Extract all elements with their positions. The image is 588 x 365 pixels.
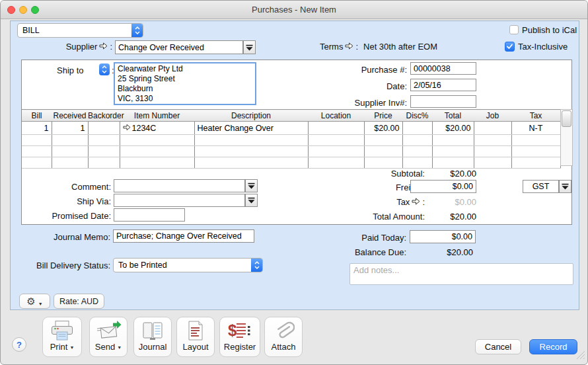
column-header-received: Received (52, 110, 88, 122)
purchase-number-input[interactable] (410, 62, 476, 75)
cell-description[interactable]: Heater Change Over (194, 122, 308, 135)
cell-received[interactable]: 1 (52, 122, 88, 135)
menu-caret-icon: ▼ (38, 302, 43, 308)
column-header-price: Price (364, 110, 402, 122)
ship-via-list-button[interactable] (245, 194, 258, 207)
comment-list-button[interactable] (245, 179, 258, 192)
table-row-empty (22, 146, 560, 157)
total-amount-value: $20.00 (418, 212, 476, 222)
column-header-job: Job (474, 110, 511, 122)
list-icon (246, 44, 253, 51)
print-button[interactable]: Print▼ (42, 317, 82, 357)
detail-arrow-icon[interactable] (345, 42, 353, 52)
ship-to-stepper[interactable] (99, 63, 110, 75)
attach-button[interactable]: Attach (264, 317, 303, 357)
help-button[interactable]: ? (12, 337, 26, 352)
cell-item-number[interactable]: 1234C (120, 122, 194, 135)
table-row: 1 1 1234C Heater Change Over $20.00 (22, 122, 560, 135)
layout-button[interactable]: Layout (176, 317, 215, 357)
tax-value: $0.00 (418, 197, 476, 207)
subtotal-label: Subtotal: (332, 169, 425, 179)
journal-memo-input[interactable] (113, 229, 254, 243)
menu-caret-icon: ▼ (69, 345, 74, 352)
ship-via-input[interactable] (114, 194, 245, 207)
supplier-list-button[interactable] (243, 40, 256, 54)
bill-delivery-status-select[interactable]: To be Printed (113, 258, 263, 272)
publish-ical-checkbox[interactable] (509, 25, 519, 34)
check-icon (506, 43, 513, 50)
titlebar: Purchases - New Item (1, 1, 587, 19)
gear-icon: ⚙ (26, 296, 35, 307)
date-label: Date: (306, 81, 407, 91)
cell-total[interactable]: $20.00 (432, 122, 474, 135)
list-icon (248, 182, 255, 189)
subtotal-value: $20.00 (418, 169, 476, 179)
total-amount-label: Total Amount: (326, 212, 425, 222)
help-label: ? (17, 340, 22, 350)
table-scrollbar[interactable] (560, 109, 573, 166)
list-icon (248, 197, 255, 204)
purchase-type-select[interactable]: BILL (17, 23, 143, 38)
gear-button[interactable]: ⚙ ▼ (19, 294, 50, 309)
list-icon (562, 183, 569, 190)
scrollbar-thumb[interactable] (562, 110, 571, 127)
printer-icon (50, 317, 75, 341)
detail-arrow-icon[interactable] (123, 124, 131, 133)
tax-inclusive-checkbox[interactable] (505, 42, 515, 52)
column-header-disc: Disc% (402, 110, 432, 122)
freight-input[interactable] (410, 180, 476, 193)
ship-to-address-textarea[interactable]: Clearwater Pty Ltd 25 Spring Street Blac… (114, 62, 256, 105)
close-button[interactable] (7, 6, 15, 14)
cell-location[interactable] (308, 122, 364, 135)
up-down-stepper-icon (251, 259, 262, 272)
menu-caret-icon: ▼ (117, 345, 122, 352)
comment-label: Comment: (35, 182, 111, 192)
cell-price[interactable]: $20.00 (364, 122, 402, 135)
purchase-type-value: BILL (18, 26, 131, 35)
journal-button[interactable]: Journal (133, 317, 172, 357)
comment-input[interactable] (114, 179, 245, 192)
send-button[interactable]: Send▼ (89, 317, 128, 357)
form-panel: BILL Publish to iCal Supplier : Terms : … (10, 20, 579, 310)
paid-today-input[interactable] (410, 230, 476, 243)
cancel-button[interactable]: Cancel (475, 339, 521, 354)
envelope-icon (95, 317, 122, 341)
paid-today-label: Paid Today: (314, 233, 406, 243)
cell-job[interactable] (474, 122, 511, 135)
purchase-number-label: Purchase #: (306, 65, 407, 75)
supplier-label: Supplier : (11, 42, 112, 52)
publish-ical-label: Publish to iCal (522, 25, 577, 35)
cell-tax[interactable]: N-T (511, 122, 560, 135)
detail-arrow-icon[interactable] (99, 42, 108, 52)
table-row-empty (22, 135, 560, 146)
record-button[interactable]: Record (529, 339, 577, 354)
column-header-item-number: Item Number (120, 110, 194, 122)
balance-due-label: Balance Due: (314, 247, 406, 257)
purchase-details-box: Ship to : Clearwater Pty Ltd 25 Spring S… (21, 60, 572, 225)
minimize-button[interactable] (19, 6, 27, 14)
zoom-button[interactable] (31, 6, 39, 14)
cell-backorder[interactable] (88, 122, 120, 135)
date-input[interactable] (410, 79, 476, 91)
resize-grip[interactable] (575, 349, 585, 362)
window-title: Purchases - New Item (1, 1, 587, 19)
gst-list-button[interactable] (559, 180, 571, 193)
ship-to-label: Ship to (57, 65, 83, 75)
rate-label: Rate: AUD (59, 297, 98, 306)
notes-textarea[interactable] (349, 263, 573, 285)
column-header-description: Description (194, 110, 308, 122)
bill-delivery-status-value: To be Printed (114, 261, 251, 270)
gst-select[interactable]: GST (523, 180, 559, 193)
cell-bill[interactable]: 1 (22, 122, 52, 135)
supplier-input[interactable] (115, 40, 243, 54)
tax-label: Tax : (332, 197, 425, 207)
register-button[interactable]: $ Register (219, 317, 260, 357)
ship-via-label: Ship Via: (35, 196, 111, 206)
promised-date-input[interactable] (114, 208, 185, 222)
journal-memo-label: Journal Memo: (11, 232, 110, 242)
rate-button[interactable]: Rate: AUD (54, 294, 104, 309)
document-icon (186, 317, 205, 341)
cell-disc[interactable] (402, 122, 432, 135)
supplier-inv-label: Supplier Inv#: (306, 98, 407, 108)
supplier-inv-input[interactable] (410, 95, 476, 108)
